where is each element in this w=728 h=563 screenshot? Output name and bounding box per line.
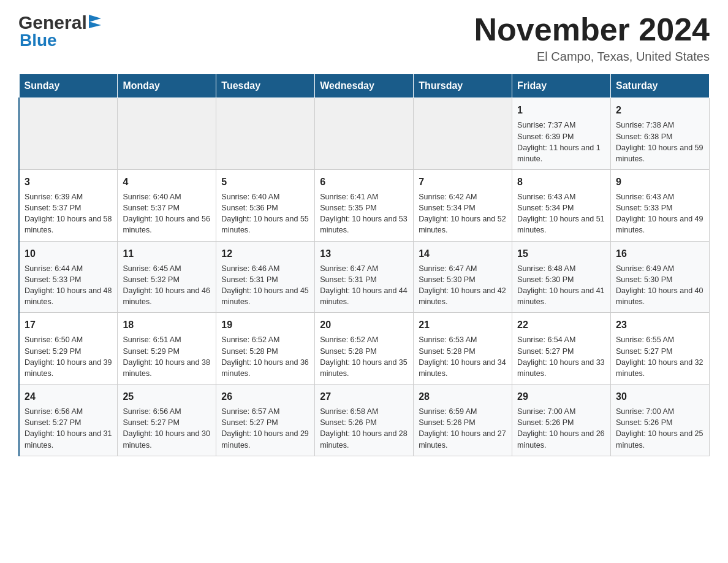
calendar-cell: 14Sunrise: 6:47 AM Sunset: 5:30 PM Dayli…	[414, 241, 512, 313]
day-number: 8	[517, 175, 605, 189]
day-info: Sunrise: 6:42 AM Sunset: 5:34 PM Dayligh…	[419, 191, 507, 236]
month-title: November 2024	[474, 12, 710, 47]
calendar-cell	[315, 98, 414, 170]
calendar-cell: 24Sunrise: 6:56 AM Sunset: 5:27 PM Dayli…	[19, 384, 118, 456]
title-area: November 2024 El Campo, Texas, United St…	[474, 12, 710, 64]
calendar-week-row: 1Sunrise: 7:37 AM Sunset: 6:39 PM Daylig…	[19, 98, 710, 170]
calendar-cell: 8Sunrise: 6:43 AM Sunset: 5:34 PM Daylig…	[512, 169, 611, 241]
calendar-cell	[414, 98, 512, 170]
day-info: Sunrise: 6:43 AM Sunset: 5:33 PM Dayligh…	[616, 191, 704, 236]
day-info: Sunrise: 6:55 AM Sunset: 5:27 PM Dayligh…	[616, 334, 704, 379]
day-number: 18	[123, 318, 211, 332]
calendar-week-row: 24Sunrise: 6:56 AM Sunset: 5:27 PM Dayli…	[19, 384, 710, 456]
col-thursday: Thursday	[414, 74, 512, 98]
day-info: Sunrise: 6:59 AM Sunset: 5:26 PM Dayligh…	[419, 406, 507, 451]
day-info: Sunrise: 6:51 AM Sunset: 5:29 PM Dayligh…	[123, 334, 211, 379]
calendar-cell: 25Sunrise: 6:56 AM Sunset: 5:27 PM Dayli…	[118, 384, 216, 456]
day-number: 10	[25, 247, 112, 261]
day-number: 5	[221, 175, 309, 189]
day-number: 2	[616, 103, 704, 117]
day-info: Sunrise: 6:45 AM Sunset: 5:32 PM Dayligh…	[123, 263, 211, 308]
calendar-cell: 3Sunrise: 6:39 AM Sunset: 5:37 PM Daylig…	[19, 169, 118, 241]
logo-general-text: General	[18, 12, 87, 33]
calendar-cell: 23Sunrise: 6:55 AM Sunset: 5:27 PM Dayli…	[611, 313, 710, 385]
day-info: Sunrise: 6:44 AM Sunset: 5:33 PM Dayligh…	[25, 263, 112, 308]
calendar-cell: 2Sunrise: 7:38 AM Sunset: 6:38 PM Daylig…	[611, 98, 710, 170]
calendar-cell: 13Sunrise: 6:47 AM Sunset: 5:31 PM Dayli…	[315, 241, 414, 313]
calendar-cell: 6Sunrise: 6:41 AM Sunset: 5:35 PM Daylig…	[315, 169, 414, 241]
day-number: 15	[517, 247, 605, 261]
day-info: Sunrise: 7:38 AM Sunset: 6:38 PM Dayligh…	[616, 120, 704, 164]
day-info: Sunrise: 6:46 AM Sunset: 5:31 PM Dayligh…	[221, 263, 309, 308]
day-info: Sunrise: 6:53 AM Sunset: 5:28 PM Dayligh…	[419, 334, 507, 379]
day-number: 16	[616, 247, 704, 261]
day-info: Sunrise: 6:58 AM Sunset: 5:26 PM Dayligh…	[320, 406, 408, 451]
col-saturday: Saturday	[611, 74, 710, 98]
day-number: 21	[419, 318, 507, 332]
calendar-cell: 10Sunrise: 6:44 AM Sunset: 5:33 PM Dayli…	[19, 241, 118, 313]
day-number: 1	[517, 103, 605, 117]
day-info: Sunrise: 6:40 AM Sunset: 5:36 PM Dayligh…	[221, 191, 309, 236]
day-info: Sunrise: 6:49 AM Sunset: 5:30 PM Dayligh…	[616, 263, 704, 308]
calendar-body: 1Sunrise: 7:37 AM Sunset: 6:39 PM Daylig…	[19, 98, 710, 456]
calendar-cell: 28Sunrise: 6:59 AM Sunset: 5:26 PM Dayli…	[414, 384, 512, 456]
day-info: Sunrise: 6:56 AM Sunset: 5:27 PM Dayligh…	[25, 406, 112, 451]
calendar-cell: 30Sunrise: 7:00 AM Sunset: 5:26 PM Dayli…	[611, 384, 710, 456]
col-friday: Friday	[512, 74, 611, 98]
days-of-week-row: Sunday Monday Tuesday Wednesday Thursday…	[19, 74, 710, 98]
location-text: El Campo, Texas, United States	[474, 50, 710, 64]
calendar-cell: 26Sunrise: 6:57 AM Sunset: 5:27 PM Dayli…	[216, 384, 315, 456]
day-number: 11	[123, 247, 211, 261]
calendar-cell: 19Sunrise: 6:52 AM Sunset: 5:28 PM Dayli…	[216, 313, 315, 385]
day-info: Sunrise: 6:41 AM Sunset: 5:35 PM Dayligh…	[320, 191, 408, 236]
calendar-cell: 12Sunrise: 6:46 AM Sunset: 5:31 PM Dayli…	[216, 241, 315, 313]
day-number: 3	[25, 175, 112, 189]
calendar-week-row: 3Sunrise: 6:39 AM Sunset: 5:37 PM Daylig…	[19, 169, 710, 241]
svg-marker-1	[89, 21, 101, 28]
day-info: Sunrise: 7:00 AM Sunset: 5:26 PM Dayligh…	[517, 406, 605, 451]
logo-blue-text: Blue	[20, 31, 57, 50]
day-number: 27	[320, 389, 408, 404]
svg-marker-0	[89, 15, 101, 22]
page-header: General Blue November 2024 El Campo, Tex…	[18, 12, 710, 64]
day-info: Sunrise: 6:52 AM Sunset: 5:28 PM Dayligh…	[221, 334, 309, 379]
day-info: Sunrise: 6:54 AM Sunset: 5:27 PM Dayligh…	[517, 334, 605, 379]
day-number: 19	[221, 318, 309, 332]
calendar-header: Sunday Monday Tuesday Wednesday Thursday…	[19, 74, 710, 98]
calendar-cell: 5Sunrise: 6:40 AM Sunset: 5:36 PM Daylig…	[216, 169, 315, 241]
calendar-cell: 29Sunrise: 7:00 AM Sunset: 5:26 PM Dayli…	[512, 384, 611, 456]
logo-flag-icon	[89, 15, 101, 31]
calendar-cell	[216, 98, 315, 170]
day-number: 26	[221, 389, 309, 404]
day-number: 13	[320, 247, 408, 261]
calendar-cell: 18Sunrise: 6:51 AM Sunset: 5:29 PM Dayli…	[118, 313, 216, 385]
day-number: 4	[123, 175, 211, 189]
col-monday: Monday	[118, 74, 216, 98]
day-number: 7	[419, 175, 507, 189]
day-info: Sunrise: 6:47 AM Sunset: 5:30 PM Dayligh…	[419, 263, 507, 308]
day-number: 12	[221, 247, 309, 261]
calendar-cell: 20Sunrise: 6:52 AM Sunset: 5:28 PM Dayli…	[315, 313, 414, 385]
day-number: 17	[25, 318, 112, 332]
calendar-cell: 17Sunrise: 6:50 AM Sunset: 5:29 PM Dayli…	[19, 313, 118, 385]
day-info: Sunrise: 6:50 AM Sunset: 5:29 PM Dayligh…	[25, 334, 112, 379]
day-number: 6	[320, 175, 408, 189]
day-info: Sunrise: 6:40 AM Sunset: 5:37 PM Dayligh…	[123, 191, 211, 236]
day-number: 30	[616, 389, 704, 404]
calendar-cell: 9Sunrise: 6:43 AM Sunset: 5:33 PM Daylig…	[611, 169, 710, 241]
day-number: 28	[419, 389, 507, 404]
calendar-cell: 4Sunrise: 6:40 AM Sunset: 5:37 PM Daylig…	[118, 169, 216, 241]
logo: General	[18, 12, 101, 33]
calendar-week-row: 10Sunrise: 6:44 AM Sunset: 5:33 PM Dayli…	[19, 241, 710, 313]
calendar-cell: 7Sunrise: 6:42 AM Sunset: 5:34 PM Daylig…	[414, 169, 512, 241]
day-info: Sunrise: 6:47 AM Sunset: 5:31 PM Dayligh…	[320, 263, 408, 308]
col-sunday: Sunday	[19, 74, 118, 98]
col-wednesday: Wednesday	[315, 74, 414, 98]
day-number: 23	[616, 318, 704, 332]
day-number: 22	[517, 318, 605, 332]
day-number: 9	[616, 175, 704, 189]
calendar-cell: 22Sunrise: 6:54 AM Sunset: 5:27 PM Dayli…	[512, 313, 611, 385]
calendar-cell: 1Sunrise: 7:37 AM Sunset: 6:39 PM Daylig…	[512, 98, 611, 170]
logo-area: General Blue	[18, 12, 101, 50]
day-info: Sunrise: 7:00 AM Sunset: 5:26 PM Dayligh…	[616, 406, 704, 451]
